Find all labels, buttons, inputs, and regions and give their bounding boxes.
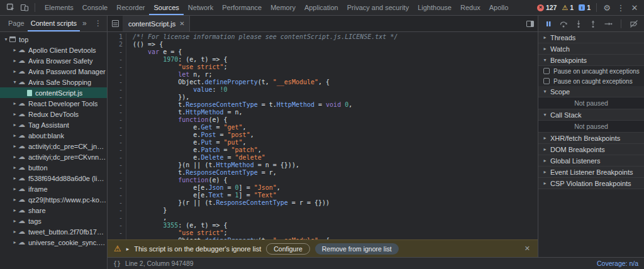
remove-from-ignore-list-button[interactable]: Remove from ignore list xyxy=(315,243,399,255)
tree-item-about-blank[interactable]: ▸☁about:blank xyxy=(0,130,107,141)
tab-memory[interactable]: Memory xyxy=(266,0,300,15)
line-number[interactable]: - xyxy=(108,162,126,169)
tree-item-apollo-client-devtools[interactable]: ▸☁Apollo Client Devtools xyxy=(0,45,107,55)
coverage-link[interactable]: Coverage: n/a xyxy=(597,260,638,267)
info-badge[interactable]: i1 xyxy=(579,4,591,11)
file-tab[interactable]: contentScript.js ✕ xyxy=(123,16,190,31)
more-tabs-icon[interactable]: » xyxy=(80,16,89,31)
section-scope[interactable]: ▾Scope xyxy=(538,86,644,97)
line-number[interactable]: - xyxy=(108,199,126,207)
navigator-menu-icon[interactable]: ⋮ xyxy=(89,16,107,31)
device-toolbar-icon[interactable] xyxy=(18,1,31,14)
line-number[interactable]: - xyxy=(108,154,126,162)
line-number[interactable]: - xyxy=(108,116,126,124)
checkbox[interactable] xyxy=(543,78,550,84)
line-number[interactable]: - xyxy=(108,131,126,139)
line-number[interactable]: - xyxy=(108,177,126,184)
tab-privacy-and-security[interactable]: Privacy and security xyxy=(343,0,413,15)
line-number[interactable]: - xyxy=(108,109,126,116)
line-number[interactable]: - xyxy=(108,184,126,192)
settings-gear-icon[interactable]: ⚙ xyxy=(600,1,614,14)
error-badge[interactable]: ✕127 xyxy=(537,4,557,11)
section-breakpoints[interactable]: ▾Breakpoints xyxy=(538,55,644,66)
tab-elements[interactable]: Elements xyxy=(40,0,78,15)
breakpoint-option-pause-on-caught-exceptions[interactable]: Pause on caught exceptions xyxy=(538,76,644,86)
section-watch[interactable]: ▸Watch xyxy=(538,43,644,55)
tab-performance[interactable]: Performance xyxy=(218,0,266,15)
tab-application[interactable]: Application xyxy=(300,0,343,15)
tab-lighthouse[interactable]: Lighthouse xyxy=(413,0,456,15)
tree-item-activityi-dc-pre-ck-jn8[interactable]: ▸☁activityi;dc_pre=CK_jn8… xyxy=(0,141,107,151)
tree-item-iframe[interactable]: ▸☁iframe xyxy=(0,184,107,194)
line-number[interactable]: - xyxy=(108,214,126,222)
section-xhr-fetch-breakpoints[interactable]: ▸XHR/fetch Breakpoints xyxy=(538,133,644,144)
configure-button[interactable]: Configure xyxy=(266,243,310,255)
tree-item-top[interactable]: ▾top xyxy=(0,34,107,45)
tab-content-scripts[interactable]: Content scripts xyxy=(28,16,80,31)
line-number[interactable]: - xyxy=(108,229,126,237)
close-devtools-icon[interactable]: ✕ xyxy=(628,1,641,14)
deactivate-breakpoints-icon[interactable] xyxy=(628,18,640,30)
step-into-icon[interactable] xyxy=(573,18,584,30)
step-out-icon[interactable] xyxy=(587,18,599,30)
pretty-print-icon[interactable]: {} xyxy=(113,260,121,267)
pause-resume-icon[interactable] xyxy=(543,18,554,30)
tree-item-tags[interactable]: ▸☁tags xyxy=(0,216,107,226)
checkbox[interactable] xyxy=(543,68,550,74)
kebab-menu-icon[interactable]: ⋮ xyxy=(614,1,628,14)
tree-item-tag-assistant[interactable]: ▸☁Tag Assistant xyxy=(0,119,107,130)
tab-network[interactable]: Network xyxy=(184,0,218,15)
line-number[interactable]: - xyxy=(108,56,126,63)
line-number[interactable]: - xyxy=(108,207,126,214)
tree-item-activityi-dc-pre-ckvnn8[interactable]: ▸☁activityi;dc_pre=CKvnn8… xyxy=(0,151,107,162)
tree-item-contentscript-js[interactable]: contentScript.js xyxy=(0,87,107,98)
line-number[interactable]: - xyxy=(108,139,126,146)
line-number[interactable]: - xyxy=(108,48,126,56)
section-dom-breakpoints[interactable]: ▸DOM Breakpoints xyxy=(538,144,644,155)
tree-item-share[interactable]: ▸☁share xyxy=(0,205,107,216)
tree-item-redux-devtools[interactable]: ▸☁Redux DevTools xyxy=(0,109,107,119)
breakpoint-option-pause-on-uncaught-exceptions[interactable]: Pause on uncaught exceptions xyxy=(538,66,644,76)
line-number[interactable]: - xyxy=(108,86,126,94)
step-icon[interactable] xyxy=(602,18,614,30)
tree-item-avira-password-manager[interactable]: ▸☁Avira Password Manager xyxy=(0,66,107,77)
tab-page[interactable]: Page xyxy=(5,16,28,31)
tree-item-button[interactable]: ▸☁button xyxy=(0,162,107,173)
line-number[interactable]: - xyxy=(108,94,126,101)
tab-redux[interactable]: Redux xyxy=(456,0,485,15)
line-number[interactable]: - xyxy=(108,79,126,86)
warning-badge[interactable]: ⚠1 xyxy=(562,4,574,11)
tab-recorder[interactable]: Recorder xyxy=(112,0,149,15)
step-over-icon[interactable] xyxy=(558,18,569,30)
tree-item-avira-browser-safety[interactable]: ▸☁Avira Browser Safety xyxy=(0,55,107,66)
line-number[interactable]: - xyxy=(108,169,126,177)
line-number[interactable]: - xyxy=(108,101,126,109)
section-event-listener-breakpoints[interactable]: ▸Event Listener Breakpoints xyxy=(538,167,644,178)
line-number[interactable]: 1 xyxy=(108,33,126,41)
line-number[interactable]: - xyxy=(108,63,126,71)
section-threads[interactable]: ▸Threads xyxy=(538,32,644,43)
inspect-element-icon[interactable] xyxy=(4,1,18,14)
section-call-stack[interactable]: ▾Call Stack xyxy=(538,109,644,121)
tree-item-f538f694dd88a6d0e-lik[interactable]: ▸☁f538f694dd88a6d0e (lik… xyxy=(0,173,107,184)
section-global-listeners[interactable]: ▸Global Listeners xyxy=(538,155,644,167)
more-tabs-grid-icon[interactable] xyxy=(108,16,123,31)
line-number[interactable]: - xyxy=(108,222,126,229)
tree-item-avira-safe-shopping[interactable]: ▾☁Avira Safe Shopping xyxy=(0,77,107,87)
line-number[interactable]: - xyxy=(108,192,126,199)
tab-console[interactable]: Console xyxy=(78,0,112,15)
line-number[interactable]: - xyxy=(108,124,126,131)
tab-apollo[interactable]: Apollo xyxy=(485,0,513,15)
chevron-right-icon[interactable]: ▸ xyxy=(126,246,130,252)
line-number[interactable]: 2 xyxy=(108,41,126,48)
tree-item-tweet-button-2f70fb173[interactable]: ▸☁tweet_button.2f70fb173… xyxy=(0,226,107,237)
toggle-debugger-sidebar-icon[interactable] xyxy=(523,16,538,31)
tree-item-react-developer-tools[interactable]: ▸☁React Developer Tools xyxy=(0,98,107,109)
line-number[interactable]: - xyxy=(108,71,126,79)
close-infobar-icon[interactable]: ✕ xyxy=(523,244,531,253)
tree-item-qz29-https-www-pc-ko[interactable]: ▸☁qz29|https://www.pc-ko… xyxy=(0,194,107,205)
line-number[interactable]: - xyxy=(108,146,126,154)
section-csp-violation-breakpoints[interactable]: ▸CSP Violation Breakpoints xyxy=(538,178,644,189)
tree-item-universe-cookie-sync-ht[interactable]: ▸☁universe_cookie_sync.ht… xyxy=(0,237,107,248)
tab-sources[interactable]: Sources xyxy=(149,0,183,15)
